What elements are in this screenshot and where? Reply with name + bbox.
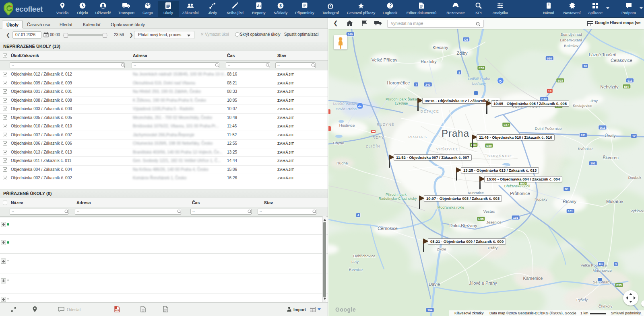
- svg-text:ecofleet: ecofleet: [15, 5, 43, 13]
- svg-text:$: $: [279, 4, 282, 8]
- svg-text:PDF: PDF: [115, 309, 120, 312]
